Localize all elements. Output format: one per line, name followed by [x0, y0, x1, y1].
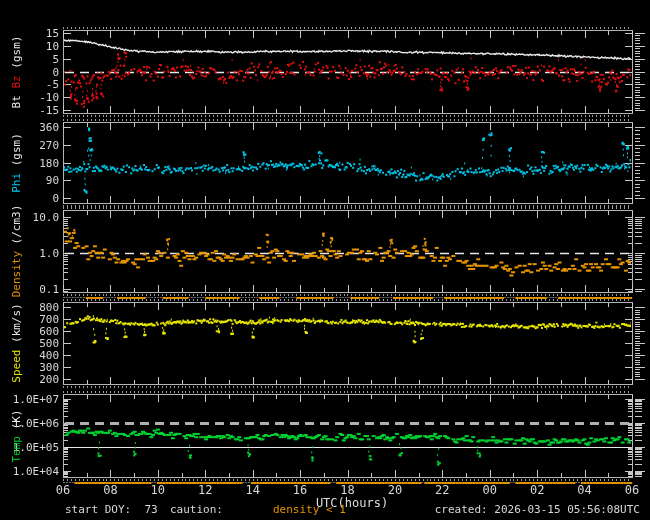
caution-label: caution:	[170, 503, 223, 516]
panel-ylabel-density: Density (/cm3)	[10, 205, 23, 298]
ylabel-part: (gsm)	[10, 133, 23, 173]
ylabel-part: Density	[10, 251, 23, 297]
ace-rtsw-plot: ACE RTSW[Estimated] MAG & SWEPAM Begin: …	[0, 0, 650, 520]
chart-canvas	[0, 0, 650, 520]
ylabel-part: (/cm3)	[10, 205, 23, 251]
created-timestamp: created: 2026-03-15 05:56:08UTC	[435, 503, 640, 516]
ylabel-part: (km/s)	[10, 303, 23, 349]
ylabel-part: Phi	[10, 172, 23, 192]
ylabel-part: Bz	[10, 75, 23, 88]
ylabel-part: Temp	[10, 436, 23, 463]
panel-ylabel-temp: Temp (K)	[10, 409, 23, 462]
ylabel-part: (K)	[10, 409, 23, 436]
panel-ylabel-phi: Phi (gsm)	[10, 133, 23, 193]
start-doy-label: start DOY: 73	[65, 503, 158, 516]
ylabel-part: (gsm)	[10, 35, 23, 75]
panel-ylabel-speed: Speed (km/s)	[10, 303, 23, 382]
ylabel-part: Bt	[10, 88, 23, 108]
ylabel-part: Speed	[10, 350, 23, 383]
caution-value: density < 1	[273, 503, 346, 516]
panel-ylabel-bt-bz: Bt Bz (gsm)	[10, 35, 23, 108]
